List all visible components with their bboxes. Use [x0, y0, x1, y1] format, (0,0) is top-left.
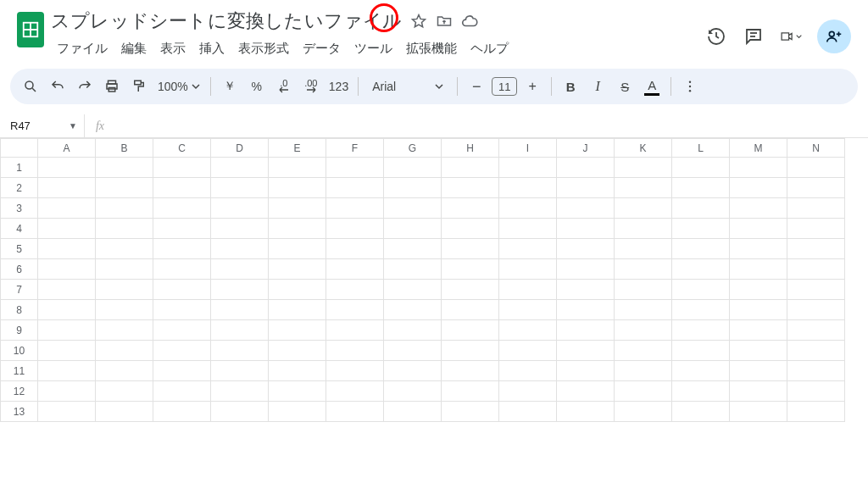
cell[interactable]	[787, 320, 845, 341]
cell[interactable]	[615, 361, 672, 381]
cell[interactable]	[672, 320, 730, 341]
cell[interactable]	[384, 280, 442, 300]
cell[interactable]	[672, 381, 730, 402]
cell[interactable]	[384, 361, 442, 381]
cell[interactable]	[787, 219, 845, 239]
cell[interactable]	[672, 361, 730, 381]
cell[interactable]	[96, 320, 153, 341]
cell[interactable]	[672, 158, 730, 178]
cell[interactable]	[730, 178, 787, 198]
cell[interactable]	[326, 239, 384, 259]
cell[interactable]	[499, 381, 557, 402]
menu-data[interactable]: データ	[297, 37, 347, 60]
cell[interactable]	[730, 280, 787, 300]
row-header[interactable]: 2	[1, 178, 38, 198]
cell[interactable]	[615, 320, 672, 341]
cell[interactable]	[153, 361, 211, 381]
cell[interactable]	[442, 320, 499, 341]
row-header[interactable]: 12	[1, 381, 38, 402]
cell[interactable]	[211, 300, 269, 320]
cell[interactable]	[96, 381, 153, 402]
cell[interactable]	[153, 219, 211, 239]
column-header[interactable]: H	[442, 139, 499, 158]
cell[interactable]	[672, 300, 730, 320]
cell[interactable]	[499, 280, 557, 300]
cell[interactable]	[38, 320, 96, 341]
cell[interactable]	[326, 219, 384, 239]
cell[interactable]	[38, 178, 96, 198]
cell[interactable]	[730, 361, 787, 381]
history-icon[interactable]	[705, 25, 727, 47]
cell[interactable]	[269, 219, 326, 239]
cell[interactable]	[442, 239, 499, 259]
cell[interactable]	[384, 341, 442, 361]
cell[interactable]	[269, 320, 326, 341]
row-header[interactable]: 13	[1, 402, 38, 422]
font-size-increase[interactable]: +	[520, 75, 544, 98]
cell[interactable]	[326, 178, 384, 198]
row-header[interactable]: 6	[1, 259, 38, 280]
cell[interactable]	[672, 402, 730, 422]
move-folder-icon[interactable]	[435, 12, 453, 31]
cell[interactable]	[211, 381, 269, 402]
cell[interactable]	[153, 198, 211, 219]
cell[interactable]	[730, 198, 787, 219]
cell[interactable]	[730, 219, 787, 239]
menu-file[interactable]: ファイル	[51, 37, 114, 60]
cell[interactable]	[38, 198, 96, 219]
cell[interactable]	[730, 402, 787, 422]
column-header[interactable]: K	[615, 139, 672, 158]
cell[interactable]	[499, 239, 557, 259]
star-icon[interactable]	[409, 12, 428, 31]
cell[interactable]	[499, 402, 557, 422]
cell[interactable]	[211, 158, 269, 178]
cell[interactable]	[211, 259, 269, 280]
cell[interactable]	[730, 300, 787, 320]
cell[interactable]	[615, 198, 672, 219]
comment-icon[interactable]	[743, 25, 765, 47]
cell[interactable]	[38, 219, 96, 239]
cell[interactable]	[96, 402, 153, 422]
paint-format-icon[interactable]	[127, 75, 151, 98]
menu-insert[interactable]: 挿入	[193, 37, 231, 60]
cell[interactable]	[96, 219, 153, 239]
cell[interactable]	[557, 219, 615, 239]
row-header[interactable]: 5	[1, 239, 38, 259]
cell[interactable]	[269, 341, 326, 361]
cell[interactable]	[96, 158, 153, 178]
cell[interactable]	[442, 361, 499, 381]
cell[interactable]	[730, 259, 787, 280]
cell[interactable]	[96, 178, 153, 198]
cell[interactable]	[269, 361, 326, 381]
undo-icon[interactable]	[46, 75, 70, 98]
column-header[interactable]: D	[211, 139, 269, 158]
cell[interactable]	[211, 341, 269, 361]
cell[interactable]	[730, 239, 787, 259]
cell[interactable]	[499, 178, 557, 198]
cell[interactable]	[326, 259, 384, 280]
column-header[interactable]: I	[499, 139, 557, 158]
cell[interactable]	[153, 341, 211, 361]
cell[interactable]	[38, 341, 96, 361]
cell[interactable]	[326, 320, 384, 341]
increase-decimal-button[interactable]: .00	[299, 75, 323, 98]
cell[interactable]	[557, 341, 615, 361]
cell[interactable]	[672, 280, 730, 300]
cell[interactable]	[38, 361, 96, 381]
cell[interactable]	[153, 178, 211, 198]
row-header[interactable]: 7	[1, 280, 38, 300]
cell[interactable]	[269, 381, 326, 402]
percent-button[interactable]: %	[245, 75, 269, 98]
cell[interactable]	[787, 300, 845, 320]
cell[interactable]	[211, 219, 269, 239]
document-title[interactable]: スプレッドシートに変換したいファイル	[51, 8, 403, 34]
cell[interactable]	[211, 198, 269, 219]
cell[interactable]	[38, 239, 96, 259]
cell[interactable]	[269, 178, 326, 198]
cell[interactable]	[96, 361, 153, 381]
cell[interactable]	[38, 158, 96, 178]
cell[interactable]	[499, 361, 557, 381]
redo-icon[interactable]	[73, 75, 97, 98]
cell[interactable]	[615, 178, 672, 198]
text-color-button[interactable]: A	[640, 75, 664, 98]
